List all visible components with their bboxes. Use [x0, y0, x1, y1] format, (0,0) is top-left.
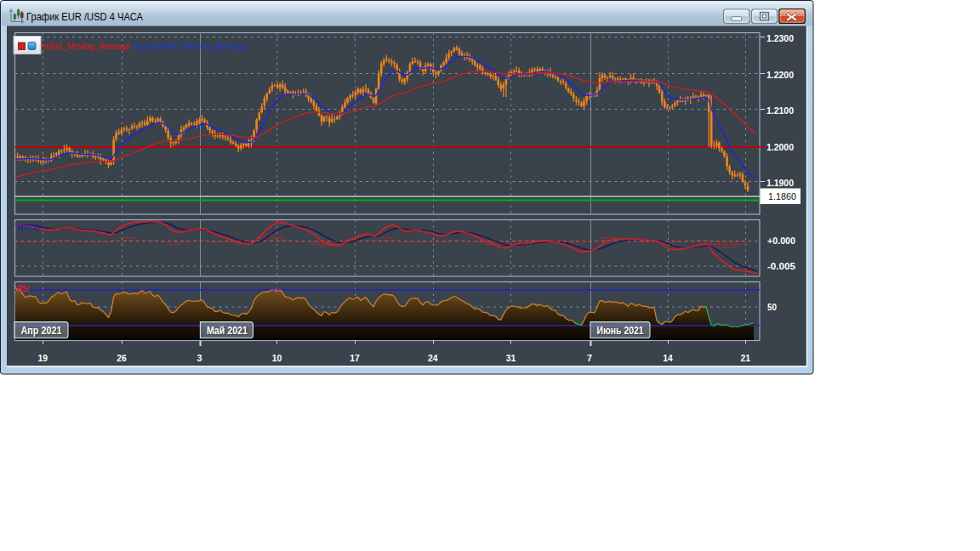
svg-text:21: 21 [740, 353, 750, 363]
svg-text:1.1860: 1.1860 [768, 191, 796, 202]
svg-text:19: 19 [38, 353, 48, 363]
svg-text:1.2300: 1.2300 [766, 33, 794, 43]
svg-text:50: 50 [767, 302, 777, 312]
svg-text:1.2100: 1.2100 [766, 105, 794, 116]
svg-text:Exponential_Moving_Average: Exponential_Moving_Average [134, 41, 248, 51]
svg-text:MACD: MACD [17, 223, 39, 232]
svg-text:10: 10 [272, 353, 282, 363]
svg-text:Апр 2021: Апр 2021 [21, 325, 62, 337]
svg-text:Июнь 2021: Июнь 2021 [597, 325, 644, 337]
svg-text:+0.000: +0.000 [767, 236, 795, 246]
svg-text:26: 26 [117, 353, 127, 363]
svg-text:RSI: RSI [17, 284, 29, 293]
svg-text:1.2000: 1.2000 [766, 142, 794, 152]
svg-text:24: 24 [428, 353, 438, 363]
svg-text:31: 31 [506, 353, 516, 363]
svg-text:3: 3 [197, 353, 202, 363]
svg-text:1.2200: 1.2200 [766, 70, 794, 80]
svg-text:7: 7 [587, 353, 592, 363]
svg-text:-0.005: -0.005 [767, 261, 795, 271]
svg-text:17: 17 [350, 353, 360, 363]
svg-text:1.1900: 1.1900 [766, 178, 794, 188]
svg-text:14: 14 [663, 353, 673, 363]
svg-text:График EUR /USD 4 ЧАСА: График EUR /USD 4 ЧАСА [26, 10, 143, 23]
svg-text:Май 2021: Май 2021 [207, 325, 248, 337]
